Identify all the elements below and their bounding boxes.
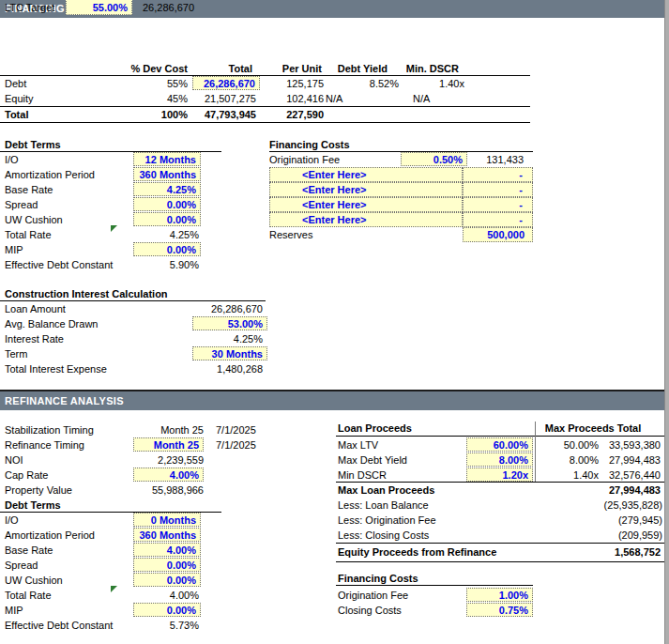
cost-enter-row: <Enter Here> - — [0, 167, 669, 182]
max-debt-yield-proceeds: 8.00% — [544, 452, 599, 468]
avg-balance-row: Avg. Balance Drawn 53.00% — [0, 316, 272, 331]
equity-proceeds-row: Equity Proceeds from Refinance 1,568,752 — [0, 544, 669, 560]
row-label: Effective Debt Constant — [5, 618, 113, 633]
max-ltv-row: Max LTV 60.00% 50.00% 33,593,380 — [0, 437, 669, 452]
refi-spread-input[interactable]: 0.00% — [133, 558, 201, 572]
row-label: Max LTV — [338, 437, 378, 452]
cost-item-input[interactable]: <Enter Here> — [269, 182, 463, 197]
equity-total: 21,507,275 — [205, 91, 256, 106]
row-label: Less: Loan Balance — [338, 498, 429, 513]
max-ltv-proceeds: 50.00% — [544, 437, 599, 452]
total-dev-cost: 100% — [161, 107, 188, 122]
cost-item-input[interactable]: <Enter Here> — [269, 212, 463, 227]
row-label: Reserves — [269, 227, 312, 242]
debt-per-unit: 125,175 — [286, 76, 324, 91]
reserves-input[interactable]: 500,000 — [463, 227, 533, 242]
refi-uw-cushion-input[interactable]: 0.00% — [133, 573, 201, 587]
row-label: Interest Rate — [5, 331, 64, 346]
col-total: Total — [229, 61, 252, 76]
max-ltv-input[interactable]: 60.00% — [466, 437, 533, 452]
reserves-row: Reserves 500,000 — [0, 227, 669, 242]
cost-item-amount[interactable]: - — [463, 167, 533, 182]
total-per-unit: 227,590 — [286, 107, 324, 122]
row-label: Max Loan Proceeds — [338, 483, 434, 498]
debt-total-input[interactable]: 26,286,670 — [192, 76, 260, 90]
row-label: Origination Fee — [338, 588, 408, 603]
loan-proceeds-title: Loan Proceeds — [338, 421, 412, 436]
refi-effective-debt-constant-row: Effective Debt Constant 5.73% — [0, 618, 225, 633]
row-label: Loan Amount — [5, 301, 66, 316]
equity-debt-yield: N/A — [326, 91, 342, 106]
term-row: Term 30 Months — [0, 346, 272, 361]
row-label: Min DSCR — [338, 468, 387, 483]
refi-origination-fee-input[interactable]: 1.00% — [466, 588, 533, 602]
ltc-target-amount: 26,286,670 — [143, 0, 194, 15]
max-debt-yield-row: Max Debt Yield 8.00% 8.00% 27,994,483 — [0, 452, 669, 468]
min-dscr-input[interactable]: 1.20x — [466, 468, 533, 482]
equity-dev-cost: 45% — [167, 91, 188, 106]
max-proceeds-total-header: Max Proceeds Total — [537, 421, 649, 436]
effective-debt-constant-value: 5.90% — [113, 257, 199, 272]
row-label: Less: Origination Fee — [338, 513, 436, 528]
refi-origination-fee-row: Origination Fee 1.00% — [0, 588, 669, 603]
cost-item-amount[interactable]: - — [463, 197, 533, 212]
row-label: Less: Closing Costs — [338, 528, 429, 543]
row-label: Effective Debt Constant — [5, 257, 113, 272]
row-label: Closing Costs — [338, 603, 402, 618]
less-origination-fee-value: (279,945) — [563, 513, 662, 528]
divider — [0, 122, 530, 123]
debt-dscr-value: 1.40x — [439, 76, 464, 91]
equity-dscr: N/A — [413, 91, 430, 106]
refi-effective-debt-constant-value: 5.73% — [113, 618, 199, 633]
max-loan-proceeds-row: Max Loan Proceeds 27,994,483 — [0, 483, 669, 498]
total-amount: 47,793,945 — [205, 107, 256, 122]
divider — [336, 561, 664, 562]
mip-row: MIP 0.00% — [0, 242, 225, 257]
row-label: Spread — [5, 558, 38, 573]
cost-item-input[interactable]: <Enter Here> — [269, 197, 463, 212]
interest-rate-row: Interest Rate 4.25% — [0, 331, 272, 346]
effective-debt-constant-row: Effective Debt Constant 5.90% — [0, 257, 225, 272]
cost-enter-row: <Enter Here> - — [0, 197, 669, 212]
row-label: UW Cushion — [5, 573, 63, 588]
equity-proceeds-value: 1,568,752 — [563, 544, 661, 560]
cost-enter-row: <Enter Here> - — [0, 182, 669, 197]
col-debt-yield: Debt Yield — [338, 61, 388, 76]
refi-closing-costs-input[interactable]: 0.75% — [466, 603, 533, 617]
row-label: MIP — [5, 242, 23, 257]
avg-balance-input[interactable]: 53.00% — [192, 316, 267, 330]
max-debt-yield-input[interactable]: 8.00% — [466, 452, 533, 467]
financing-costs-title: Financing Costs — [269, 137, 350, 152]
col-dev-cost: % Dev Cost — [130, 61, 188, 76]
col-min-dscr: Min. DSCR — [406, 61, 459, 76]
ltc-target-input[interactable]: 55.00% — [66, 0, 132, 15]
term-input[interactable]: 30 Months — [192, 346, 267, 360]
min-dscr-proceeds: 1.40x — [544, 468, 599, 483]
row-label: Origination Fee — [269, 152, 340, 167]
row-label: Equity — [5, 91, 34, 106]
origination-fee-input[interactable]: 0.50% — [401, 152, 467, 166]
cost-item-input[interactable]: <Enter Here> — [269, 167, 463, 182]
max-debt-yield-total: 27,994,483 — [597, 452, 661, 468]
less-closing-costs-row: Less: Closing Costs (209,959) — [0, 528, 669, 543]
refinance-section-header: REFINANCE ANALYSIS — [0, 390, 664, 410]
row-label: Total — [5, 107, 28, 122]
equity-per-unit: 102,416 — [286, 91, 324, 106]
total-interest-row: Total Interest Expense 1,480,268 — [0, 361, 272, 376]
debt-yield-value: 8.52% — [370, 76, 399, 91]
sources-table-header-row: % Dev Cost Total Per Unit Debt Yield Min… — [0, 61, 530, 76]
less-loan-balance-value: (25,935,828) — [563, 498, 662, 513]
row-label: Max Debt Yield — [338, 452, 407, 468]
loan-amount-value: 26,286,670 — [150, 301, 263, 316]
cost-item-amount[interactable]: - — [463, 182, 533, 197]
loan-proceeds-header-row: Loan Proceeds Max Proceeds Total — [0, 421, 669, 436]
debt-terms-title: Debt Terms — [5, 137, 61, 152]
less-closing-costs-value: (209,959) — [563, 528, 662, 543]
origination-fee-amount: 131,433 — [463, 152, 524, 167]
mip-input[interactable]: 0.00% — [133, 242, 201, 256]
cost-item-amount[interactable]: - — [463, 212, 533, 227]
less-loan-balance-row: Less: Loan Balance (25,935,828) — [0, 498, 669, 513]
ltc-target-row: LTC Target 55.00% 26,286,670 — [0, 0, 281, 15]
equity-row: Equity 45% 21,507,275 102,416 N/A N/A — [0, 91, 530, 106]
row-label: Avg. Balance Drawn — [5, 316, 98, 331]
